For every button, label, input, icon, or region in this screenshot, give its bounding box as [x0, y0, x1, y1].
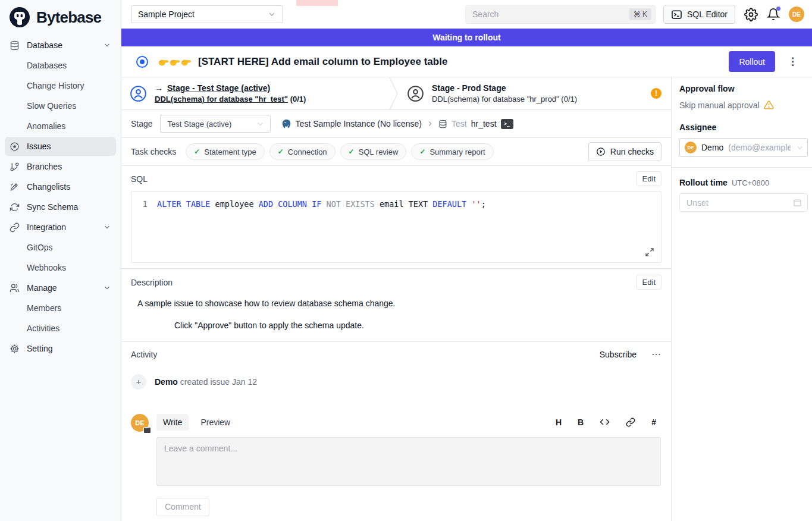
sidebar-item-sync-schema[interactable]: Sync Schema: [5, 197, 116, 216]
sql-section: SQL Edit 1ALTER TABLE employee ADD COLUM…: [121, 166, 671, 269]
check-passed-icon: ✓: [194, 147, 200, 156]
search-box[interactable]: ⌘ K: [465, 5, 656, 24]
more-menu-icon[interactable]: ⋮: [782, 55, 804, 68]
bell-icon[interactable]: [767, 8, 780, 21]
check-connection[interactable]: ✓Connection: [269, 143, 336, 160]
sidebar-item-branches[interactable]: Branches: [5, 157, 116, 176]
stage-card-test[interactable]: → Stage - Test Stage (active) DDL(schema…: [121, 77, 389, 109]
sidebar-item-databases[interactable]: Databases: [5, 56, 116, 75]
setting-icon: [10, 343, 20, 354]
description-edit-button[interactable]: Edit: [637, 275, 661, 290]
sql-section-title: SQL: [131, 174, 148, 184]
project-selector[interactable]: Sample Project: [131, 5, 283, 23]
chevron-down-icon: [103, 41, 111, 49]
sql-editor[interactable]: 1ALTER TABLE employee ADD COLUMN IF NOT …: [131, 191, 661, 263]
description-line2: Click "Approve" button to apply the sche…: [137, 319, 661, 331]
hashtag-icon[interactable]: #: [651, 418, 656, 427]
sidebar-item-manage[interactable]: Manage: [5, 278, 116, 297]
chevron-down-icon: [103, 223, 111, 231]
activity-more-icon[interactable]: ···: [652, 350, 661, 359]
sidebar-item-integration[interactable]: Integration: [5, 218, 116, 237]
approval-flow-status: Skip manual approval: [679, 101, 760, 110]
sidebar-item-anomalies[interactable]: Anomalies: [5, 117, 116, 136]
calendar-icon: [793, 198, 802, 207]
sidebar-item-label: Anomalies: [27, 121, 65, 131]
comment-input[interactable]: [156, 437, 661, 486]
subscribe-button[interactable]: Subscribe: [600, 350, 637, 359]
sidebar-item-gitops[interactable]: GitOps: [5, 238, 116, 257]
bytebase-logo[interactable]: Bytebase: [0, 0, 121, 34]
sync-icon: [10, 202, 20, 212]
stage-test-count: (0/1): [290, 95, 306, 103]
activity-title: Activity: [131, 350, 157, 359]
comment-editor: DE Write Preview H B: [131, 414, 661, 516]
sidebar-item-setting[interactable]: Setting: [5, 339, 116, 358]
check-label: Statement type: [204, 147, 256, 156]
sql-token: IF: [312, 198, 321, 210]
sidebar-item-slow-queries[interactable]: Slow Queries: [5, 96, 116, 115]
event-user[interactable]: Demo: [155, 377, 178, 387]
comment-submit-button[interactable]: Comment: [156, 498, 209, 516]
approval-flow-title: Approval flow: [679, 84, 808, 93]
approval-panel: Approval flow Skip manual approval Assig…: [671, 77, 812, 521]
check-sql-review[interactable]: ✓SQL review: [340, 143, 407, 160]
issues-icon: [10, 141, 20, 152]
sql-token: [466, 198, 471, 210]
bold-icon[interactable]: B: [578, 418, 584, 427]
assignee-select[interactable]: DE Demo (demo@example: [679, 138, 808, 157]
link-icon[interactable]: [626, 418, 635, 427]
sidebar-item-change-history[interactable]: Change History: [5, 76, 116, 95]
sql-token: DEFAULT: [432, 198, 466, 210]
user-avatar[interactable]: DE: [789, 7, 804, 22]
sidebar-item-changelists[interactable]: Changelists: [5, 177, 116, 196]
rollout-button[interactable]: Rollout: [729, 51, 775, 72]
stage-test-link[interactable]: Stage - Test Stage (active): [167, 83, 270, 93]
attention-icon: !: [651, 88, 661, 99]
stage-select-value: Test Stage (active): [168, 120, 232, 128]
sidebar: Bytebase Database Databases Change Histo…: [0, 0, 121, 521]
stage-test-task-link[interactable]: DDL(schema) for database "hr_test": [155, 95, 288, 103]
sidebar-item-label: Members: [27, 303, 61, 313]
sidebar-item-label: Branches: [27, 162, 62, 171]
rollout-time-input[interactable]: Unset: [679, 193, 808, 212]
sidebar-item-issues[interactable]: Issues: [5, 137, 116, 156]
instance-name[interactable]: Test Sample Instance (No license): [296, 119, 422, 128]
check-summary-report[interactable]: ✓Summary report: [411, 143, 493, 160]
sidebar-item-label: Change History: [27, 81, 84, 90]
sql-editor-button[interactable]: SQL Editor: [663, 5, 735, 24]
stage-pipeline: → Stage - Test Stage (active) DDL(schema…: [121, 77, 671, 110]
check-label: Connection: [288, 147, 327, 156]
description-title: Description: [131, 278, 173, 287]
search-input[interactable]: [472, 10, 629, 19]
run-checks-button[interactable]: Run checks: [588, 142, 661, 161]
assignee-stage-icon: [407, 85, 424, 102]
speech-bubble-icon: [143, 427, 151, 434]
check-passed-icon: ✓: [419, 147, 425, 156]
check-statement-type[interactable]: ✓Statement type: [186, 143, 265, 160]
stage-select[interactable]: Test Stage (active): [160, 115, 271, 133]
environment-label: Test: [452, 119, 467, 128]
check-label: Summary report: [429, 147, 485, 156]
stage-card-prod[interactable]: Stage - Prod Stage DDL(schema) for datab…: [399, 77, 671, 109]
open-sql-editor-icon[interactable]: >_: [501, 119, 513, 129]
check-label: SQL review: [359, 147, 399, 156]
sidebar-item-members[interactable]: Members: [5, 299, 116, 318]
database-icon: [438, 120, 447, 128]
tab-write[interactable]: Write: [156, 414, 189, 431]
heading-icon[interactable]: H: [556, 418, 562, 427]
gear-icon[interactable]: [744, 8, 758, 21]
bytebase-robot-icon: [8, 6, 31, 29]
run-checks-label: Run checks: [610, 147, 654, 156]
sidebar-item-webhooks[interactable]: Webhooks: [5, 258, 116, 277]
sidebar-item-activities[interactable]: Activities: [5, 319, 116, 338]
tab-preview[interactable]: Preview: [194, 414, 237, 431]
sql-edit-button[interactable]: Edit: [637, 171, 661, 186]
stage-selector-row: Stage Test Stage (active) Test Sample In…: [121, 110, 671, 138]
sidebar-item-database[interactable]: Database: [5, 36, 116, 55]
code-icon[interactable]: [600, 417, 610, 427]
instance-breadcrumb: Test Sample Instance (No license) Test h…: [281, 119, 513, 129]
database-link[interactable]: hr_test: [471, 119, 497, 128]
expand-icon[interactable]: [645, 247, 654, 257]
project-selector-value: Sample Project: [138, 10, 195, 19]
activity-section: Activity Subscribe ··· + Demo created is…: [121, 342, 671, 516]
